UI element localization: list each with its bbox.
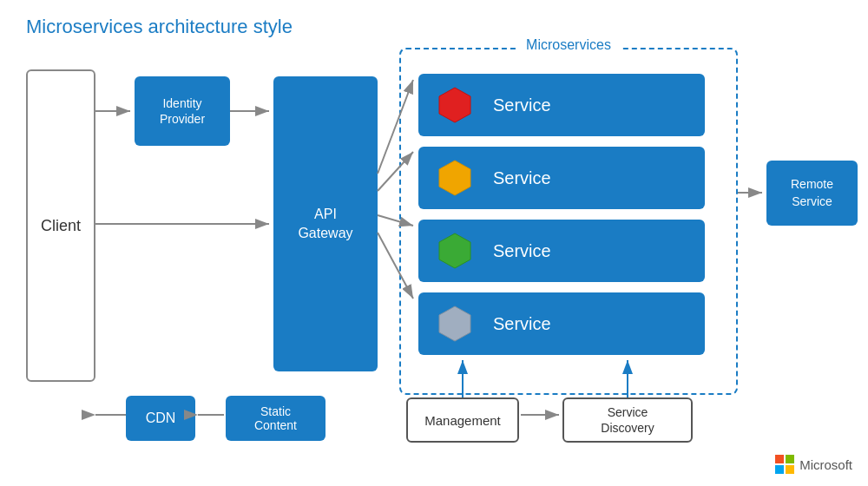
svg-marker-0 xyxy=(439,88,470,122)
api-gateway-box: APIGateway xyxy=(273,76,378,371)
microservices-area: Microservices Service Service Service xyxy=(399,48,738,395)
service-label-2: Service xyxy=(493,168,551,188)
ms-square-red xyxy=(775,455,784,463)
cdn-box: CDN xyxy=(126,396,195,441)
microsoft-logo: Microsoft xyxy=(775,455,852,474)
microsoft-text: Microsoft xyxy=(799,457,852,472)
service-discovery-label: ServiceDiscovery xyxy=(601,404,654,436)
ms-square-green xyxy=(786,455,794,463)
hex-icon-4 xyxy=(432,301,477,346)
api-gateway-label: APIGateway xyxy=(298,205,352,244)
service-row-1: Service xyxy=(418,74,705,136)
hex-icon-1 xyxy=(432,82,477,128)
svg-marker-1 xyxy=(439,161,470,195)
remote-service-label: RemoteService xyxy=(791,176,833,210)
service-row-3: Service xyxy=(418,220,705,282)
identity-provider-box: IdentityProvider xyxy=(135,76,230,146)
service-row-4: Service xyxy=(418,292,705,355)
service-label-1: Service xyxy=(493,95,551,115)
microservices-title: Microservices xyxy=(517,37,620,53)
client-label: Client xyxy=(41,217,81,235)
ms-square-yellow xyxy=(786,465,794,474)
svg-marker-2 xyxy=(439,233,470,268)
identity-provider-label: IdentityProvider xyxy=(160,95,205,127)
remote-service-box: RemoteService xyxy=(766,161,858,226)
management-label: Management xyxy=(424,413,501,428)
microsoft-squares xyxy=(775,455,794,474)
service-label-3: Service xyxy=(493,241,551,261)
static-content-box: StaticContent xyxy=(226,396,326,441)
client-box: Client xyxy=(26,69,95,382)
svg-marker-3 xyxy=(439,306,470,341)
service-label-4: Service xyxy=(493,314,551,334)
hex-icon-2 xyxy=(432,155,477,200)
static-content-label: StaticContent xyxy=(254,404,297,432)
page-title: Microservices architecture style xyxy=(26,16,293,38)
service-row-2: Service xyxy=(418,147,705,209)
hex-icon-3 xyxy=(432,228,477,273)
service-discovery-box: ServiceDiscovery xyxy=(562,397,693,443)
ms-square-blue xyxy=(775,465,784,474)
cdn-label: CDN xyxy=(146,410,176,426)
management-box: Management xyxy=(406,397,519,443)
